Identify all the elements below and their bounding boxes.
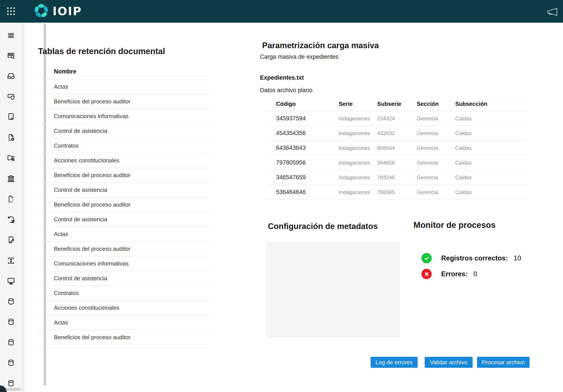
cell-subserie: 234324 — [377, 116, 417, 122]
table-header-seccion: Sección — [417, 101, 455, 107]
app-window: IOIP — [0, 0, 563, 392]
brand-emblem-icon — [34, 3, 49, 19]
cell-subseccion: Caldas — [455, 160, 527, 166]
folder-copy-icon[interactable] — [7, 154, 15, 162]
cell-subseccion: Caldas — [455, 130, 527, 136]
cell-seccion: Gerencia — [417, 174, 455, 181]
inbox-icon[interactable] — [7, 72, 15, 80]
database-icon[interactable] — [7, 359, 15, 367]
cell-subserie: 656544 — [377, 145, 417, 151]
list-item-label: Beneficios del proceso auditor — [54, 98, 130, 105]
list-item[interactable]: Contratos — [38, 139, 209, 153]
list-item[interactable]: Control de asistencia — [38, 183, 209, 197]
table-body: 345937594 Indagaciones 234324 Gerencia C… — [266, 111, 527, 200]
list-item-label: Control de asistencia — [54, 128, 107, 134]
list-item[interactable]: Contratos — [38, 286, 209, 301]
list-item[interactable]: Beneficios del proceso auditor — [38, 242, 209, 257]
list-item[interactable]: Beneficios del proceso auditor — [38, 330, 209, 345]
sidebar-vertical-scrollbar[interactable] — [22, 23, 25, 392]
column-header-nombre: Nombre — [54, 68, 76, 75]
cell-serie: Indagaciones — [339, 189, 377, 195]
list-item[interactable]: Acciones constitucionales — [38, 153, 209, 168]
list-item[interactable]: Acciones constitucionales — [38, 301, 209, 315]
cell-serie: Indagaciones — [339, 130, 377, 136]
sidebar — [0, 23, 25, 392]
error-x-icon — [421, 269, 432, 279]
table-row: 345937594 Indagaciones 234324 Gerencia C… — [266, 111, 527, 126]
brand-logo-text: IOIP — [52, 5, 82, 18]
list-item[interactable]: Control de asistencia — [38, 212, 209, 227]
cell-subseccion: Caldas — [455, 174, 527, 181]
cell-codigo: 643643643 — [266, 144, 339, 151]
log-errors-button[interactable]: Log de errores — [371, 357, 418, 368]
cell-seccion: Gerencia — [417, 116, 455, 122]
list-item[interactable]: Control de asistencia — [38, 124, 209, 139]
tablet-icon[interactable] — [7, 112, 15, 121]
document-dashed-icon[interactable] — [7, 195, 15, 203]
list-item[interactable]: Actas — [38, 80, 209, 94]
edit-document-icon[interactable] — [7, 235, 15, 244]
cell-subseccion: Caldas — [455, 116, 527, 122]
monitor-section-title: Monitor de procesos — [413, 221, 496, 230]
document-gear-icon[interactable] — [7, 133, 15, 142]
database-icon[interactable] — [7, 338, 15, 346]
cell-serie: Indagaciones — [339, 116, 377, 122]
cell-codigo: 797805956 — [266, 159, 339, 166]
table-row: 643643643 Indagaciones 656544 Gerencia C… — [266, 141, 527, 156]
shield-browser-icon[interactable] — [7, 93, 15, 101]
list-item[interactable]: Beneficios del proceso auditor — [38, 168, 209, 183]
list-item-label: Actas — [54, 319, 68, 326]
list-item-label: Control de asistencia — [54, 216, 107, 223]
cell-subseccion: Caldas — [455, 145, 527, 151]
section-subtitle: Carga masiva de expedientes — [260, 53, 338, 60]
error-value: 0 — [473, 270, 477, 278]
success-label: Registros correctos: — [441, 254, 508, 262]
list-item-label: Beneficios del proceso auditor — [54, 334, 130, 341]
top-bar: IOIP — [0, 0, 563, 23]
list-item-label: Actas — [54, 231, 68, 237]
list-item[interactable]: Beneficios del proceso auditor — [38, 94, 209, 109]
database-icon[interactable] — [7, 297, 15, 306]
split-vertical-icon[interactable] — [7, 257, 15, 265]
table-row: 536464646 Indagaciones 768345 Gerencia C… — [266, 185, 527, 200]
menu-icon[interactable] — [7, 32, 15, 40]
list-item[interactable]: Actas — [38, 227, 209, 242]
list-item-label: Comunicaciones informativas — [54, 113, 129, 120]
cell-codigo: 345937594 — [266, 115, 339, 122]
metadata-section-title: Configuración de metadatos — [268, 222, 378, 231]
list-item-label: Acciones constitucionales — [54, 157, 119, 164]
list-item-label: Beneficios del proceso auditor — [54, 201, 130, 208]
table-header-subseccion: Subsección — [455, 101, 527, 107]
list-item-label: Comunicaciones informativas — [54, 260, 129, 267]
news-search-icon[interactable] — [7, 52, 15, 60]
table-row: 346547659 Indagaciones 793246 Gerencia C… — [266, 170, 527, 185]
file-name-label: Expedientes.txt — [260, 74, 304, 81]
table-header-codigo: Código — [266, 101, 339, 107]
database-icon[interactable] — [7, 318, 15, 326]
section-title-parametrizacion: Parametrización carga masiva — [262, 41, 379, 50]
cell-subserie: 793246 — [377, 174, 417, 181]
history-list-icon[interactable] — [7, 215, 15, 224]
process-file-button[interactable]: Procesar archivo — [477, 357, 530, 368]
megaphone-icon[interactable] — [546, 7, 559, 16]
table-row: 454354356 Indagaciones 432432 Gerencia C… — [266, 126, 527, 141]
list-item[interactable]: Beneficios del proceso auditor — [38, 197, 209, 212]
monitor-icon[interactable] — [7, 277, 15, 285]
list-item-label: Beneficios del proceso auditor — [54, 172, 130, 179]
retention-table-list: Actas Beneficios del proceso auditor Com… — [38, 79, 209, 345]
apps-grid-icon[interactable] — [7, 7, 15, 16]
list-item[interactable]: Comunicaciones informativas — [38, 257, 209, 271]
cell-serie: Indagaciones — [339, 145, 377, 151]
list-item[interactable]: Comunicaciones informativas — [38, 109, 209, 124]
cell-seccion: Gerencia — [417, 160, 455, 166]
validate-file-button[interactable]: Validar archivo — [425, 357, 473, 368]
bank-icon[interactable] — [7, 174, 15, 183]
database-icon[interactable] — [7, 379, 15, 387]
cell-serie: Indagaciones — [339, 160, 377, 166]
cell-seccion: Gerencia — [417, 130, 455, 136]
cell-codigo: 536464646 — [266, 189, 339, 196]
list-item[interactable]: Actas — [38, 315, 209, 330]
list-item[interactable]: Control de asistencia — [38, 271, 209, 286]
page-title: Tablas de retención documental — [38, 47, 165, 56]
list-item-label: Control de asistencia — [54, 186, 107, 193]
